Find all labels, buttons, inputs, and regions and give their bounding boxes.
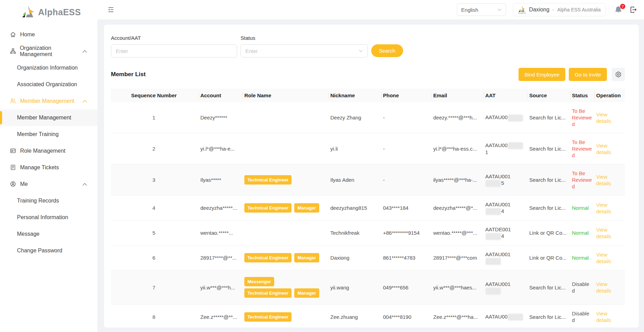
phone-cell: 043****184 — [383, 196, 433, 221]
redacted-box — [486, 180, 501, 187]
menu-fold-icon[interactable] — [107, 6, 114, 13]
sidebar-item-label: Message — [17, 231, 40, 237]
aat-cell: AATAU00 — [485, 305, 529, 327]
sidebar-item-personal-information[interactable]: Personal Information — [0, 209, 97, 226]
sidebar-item-member-management[interactable]: Member Management — [0, 93, 97, 109]
sidebar-item-member-training[interactable]: Member Training — [0, 126, 97, 143]
role-cell — [244, 102, 330, 133]
status-select[interactable]: Enter — [241, 44, 368, 57]
table-row: 3Ilyas*****Technical EngineerIlyas Aden-… — [111, 164, 625, 196]
view-details-link[interactable]: View details — [596, 111, 611, 124]
account-aat-input[interactable] — [111, 44, 237, 57]
list-actions: Bind Employee Go to invite — [519, 68, 625, 81]
notifications-bell-icon[interactable]: 7 — [614, 6, 623, 14]
settings-gear-icon[interactable] — [612, 68, 625, 81]
view-details-link[interactable]: View details — [596, 202, 611, 214]
phone-value: +86********9154 — [383, 230, 420, 236]
sidebar-item-label: Me — [20, 181, 28, 187]
view-details-link[interactable]: View details — [596, 252, 611, 264]
source-value: Search for Lic... — [529, 177, 566, 183]
sidebar-item-me[interactable]: Me — [0, 176, 97, 192]
aat-value: AATAU001 — [485, 173, 511, 179]
role-cell — [244, 221, 330, 245]
phone-value: 004****8190 — [383, 314, 411, 320]
nickname-value: deezyzhang815 — [330, 205, 367, 211]
status-text: Normal — [572, 230, 589, 236]
language-value: English — [461, 7, 478, 13]
status-text: Disabled — [572, 310, 592, 323]
view-details-link[interactable]: View details — [596, 281, 611, 294]
user-name: Daxiong — [529, 7, 549, 13]
aat-suffix: 1 — [485, 149, 488, 155]
account-value: deezyzha*****... — [200, 205, 237, 211]
logout-icon[interactable] — [629, 6, 637, 14]
role-cell: Technical EngineerManager — [244, 196, 330, 221]
operation-cell: View details — [596, 133, 625, 164]
home-icon — [10, 31, 17, 38]
email-cell: deezy.*****@***h... — [433, 102, 485, 133]
view-details-link[interactable]: View details — [596, 143, 611, 155]
status-text: To Be Reviewed — [572, 108, 592, 127]
operation-cell: View details — [596, 221, 625, 245]
user-account[interactable]: AlphaESS Daxiong - Alpha ESS Australia — [513, 3, 606, 16]
language-select[interactable]: English — [457, 3, 506, 16]
status-field: Status Enter — [241, 35, 368, 57]
nickname-value: Technikfreak — [330, 230, 359, 236]
account-value: yi.l*@***ha-e... — [200, 146, 235, 152]
aat-cell: AATAU001 — [485, 133, 529, 164]
email-value: deezyzha*****@*... — [433, 205, 477, 211]
account-cell: wentao.*****... — [200, 221, 244, 245]
search-button[interactable]: Search — [371, 44, 403, 57]
view-details-link[interactable]: View details — [596, 311, 611, 323]
view-details-link[interactable]: View details — [596, 174, 611, 186]
operation-cell: View details — [596, 305, 625, 327]
column-header-email: Email — [433, 89, 485, 102]
email-cell: wentao.*****@***... — [433, 221, 485, 245]
email-value: wentao.*****@***... — [433, 230, 477, 236]
role-cell: Technical EngineerManager — [244, 245, 330, 270]
sidebar-item-label: Training Records — [17, 198, 59, 204]
nickname-cell: Deezy Zhang — [330, 102, 383, 133]
status-text: Normal — [572, 254, 589, 261]
go-to-invite-button[interactable]: Go to invite — [569, 68, 607, 81]
aat-value: AATAU001 — [485, 201, 511, 207]
sidebar-item-organization-management[interactable]: Organization Management — [0, 43, 97, 60]
alphaess-logo-icon — [21, 5, 35, 19]
sequence-cell: 4 — [111, 196, 200, 221]
chevron-down-icon — [359, 50, 363, 52]
redacted-box — [486, 288, 501, 294]
sidebar-item-manage-tickets[interactable]: Manage Tickets — [0, 159, 97, 176]
sidebar-item-home[interactable]: Home — [0, 26, 97, 43]
status-text: To Be Reviewed — [572, 170, 592, 190]
redacted-box — [486, 208, 501, 215]
sidebar-item-label: Associated Organization — [17, 81, 77, 88]
phone-cell: - — [383, 133, 433, 164]
view-details-link[interactable]: View details — [596, 227, 611, 239]
table-row: 4deezyzha*****...Technical EngineerManag… — [111, 196, 625, 221]
phone-cell: 861******4783 — [383, 245, 433, 270]
sidebar-nav: HomeOrganization ManagementOrganization … — [0, 24, 97, 259]
sidebar-item-associated-organization[interactable]: Associated Organization — [0, 76, 97, 93]
sidebar-item-organization-information[interactable]: Organization Information — [0, 60, 97, 76]
sidebar-item-training-records[interactable]: Training Records — [0, 192, 97, 209]
account-value: wentao.*****... — [200, 230, 233, 236]
sidebar-item-role-management[interactable]: Role Management — [0, 143, 97, 159]
account-aat-label: Account/AAT — [111, 35, 237, 41]
bind-employee-button[interactable]: Bind Employee — [519, 68, 565, 81]
sidebar-item-member-management[interactable]: Member Management — [0, 109, 97, 126]
aat-cell: AATAU001 — [485, 270, 529, 305]
role-badge: Technical Engineer — [244, 253, 291, 262]
role-cell — [244, 133, 330, 164]
app-root: AlphaESS HomeOrganization ManagementOrga… — [0, 0, 644, 332]
email-value: yi.l*@***ha-ess.c... — [433, 146, 477, 152]
aat-cell: AATAU00 — [485, 102, 529, 133]
source-cell: Search for Lic... — [529, 133, 572, 164]
sidebar-item-message[interactable]: Message — [0, 226, 97, 242]
email-value: yii.w***@***haes... — [433, 285, 476, 290]
account-value: Zee.z*****@**... — [200, 314, 237, 320]
sequence-number: 5 — [153, 230, 155, 236]
role-cell: MessengerTechnical EngineerManager — [244, 270, 330, 305]
sidebar-item-change-password[interactable]: Change Password — [0, 242, 97, 259]
source-cell: Search for Lic... — [529, 102, 572, 133]
sequence-cell: 3 — [111, 164, 200, 196]
